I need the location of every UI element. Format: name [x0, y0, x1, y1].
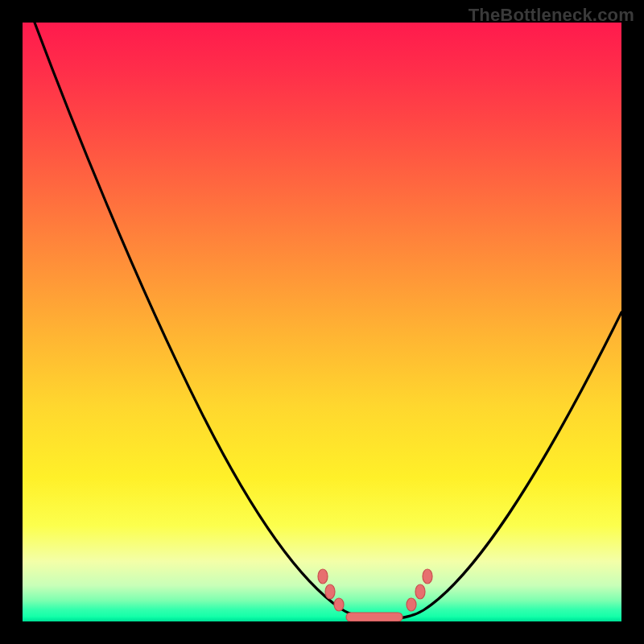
marker-cluster-left2: [325, 584, 335, 599]
plot-area: [23, 23, 621, 621]
curve-layer: [23, 23, 621, 621]
marker-cluster-left3: [334, 598, 344, 611]
marker-cluster-right3: [423, 569, 432, 584]
bottleneck-curve: [35, 23, 621, 619]
chart-frame: TheBottleneck.com: [0, 0, 644, 644]
marker-cluster-right: [407, 598, 416, 611]
marker-cluster-left: [318, 569, 328, 584]
branding-watermark: TheBottleneck.com: [469, 5, 634, 26]
marker-flat-1: [346, 613, 402, 621]
marker-cluster-right2: [415, 584, 425, 599]
